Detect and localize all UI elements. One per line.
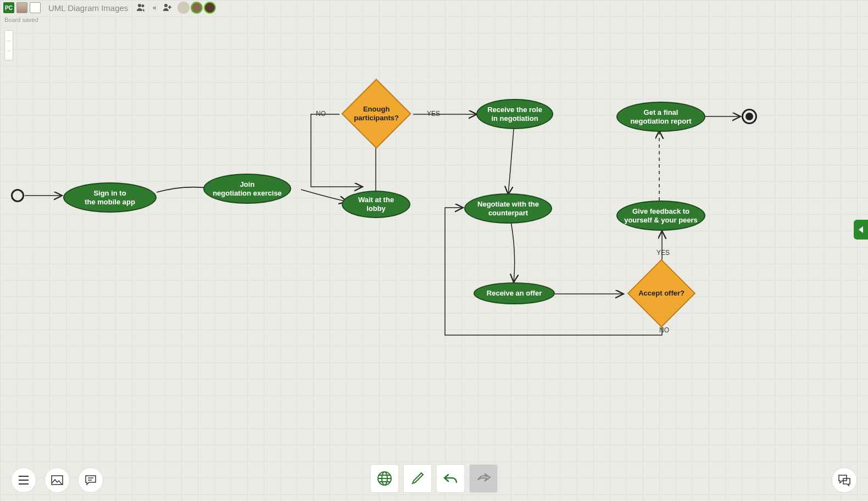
list-icon[interactable]: [11, 467, 36, 493]
activity-node-signin[interactable]: Sign in to the mobile app: [63, 182, 157, 213]
node-label: Enough participants?: [354, 105, 399, 122]
undo-icon[interactable]: [436, 464, 465, 493]
comment-icon[interactable]: [78, 467, 103, 493]
start-node[interactable]: [11, 189, 24, 202]
share-icon: [469, 464, 498, 493]
pencil-icon[interactable]: [403, 464, 432, 493]
decision-node-participants[interactable]: Enough participants?: [341, 79, 411, 148]
node-label: Get a final negotiation report: [630, 108, 691, 125]
activity-node-feedback[interactable]: Give feedback to yourself & your peers: [616, 201, 705, 231]
decision-node-accept[interactable]: Accept offer?: [627, 259, 695, 327]
end-node[interactable]: [742, 109, 757, 124]
globe-icon[interactable]: [370, 464, 399, 493]
toolbar-left: [11, 467, 103, 493]
activity-node-offer[interactable]: Receive an offer: [474, 282, 555, 304]
image-icon[interactable]: [44, 467, 70, 493]
activity-node-lobby[interactable]: Wait at the lobby: [342, 191, 410, 218]
node-label: Receive the role in negotiation: [487, 105, 542, 123]
edge-label-no: NO: [316, 110, 326, 118]
node-label: Negotiate with the counterpart: [477, 200, 539, 217]
edge-label-yes: YES: [656, 249, 670, 257]
activity-node-role[interactable]: Receive the role in negotiation: [476, 99, 553, 129]
toolbar-right: [832, 467, 857, 493]
toolbar-center: [370, 464, 498, 493]
edge-label-yes: YES: [427, 110, 440, 118]
diagram-canvas[interactable]: Sign in to the mobile app Join negotiati…: [0, 0, 868, 501]
edge-label-no: NO: [659, 326, 669, 334]
chat-icon[interactable]: [832, 467, 857, 493]
edges-layer: [0, 0, 868, 501]
node-label: Sign in to the mobile app: [85, 189, 135, 206]
activity-node-report[interactable]: Get a final negotiation report: [616, 102, 705, 132]
side-panel-toggle[interactable]: [854, 220, 868, 240]
activity-node-negotiate[interactable]: Negotiate with the counterpart: [464, 193, 552, 224]
node-label: Accept offer?: [638, 289, 685, 298]
node-label: Give feedback to yourself & your peers: [624, 207, 698, 224]
node-label: Receive an offer: [487, 289, 542, 298]
activity-node-join[interactable]: Join negotiation exercise: [203, 174, 291, 204]
node-label: Join negotiation exercise: [213, 180, 282, 197]
node-label: Wait at the lobby: [358, 196, 394, 213]
